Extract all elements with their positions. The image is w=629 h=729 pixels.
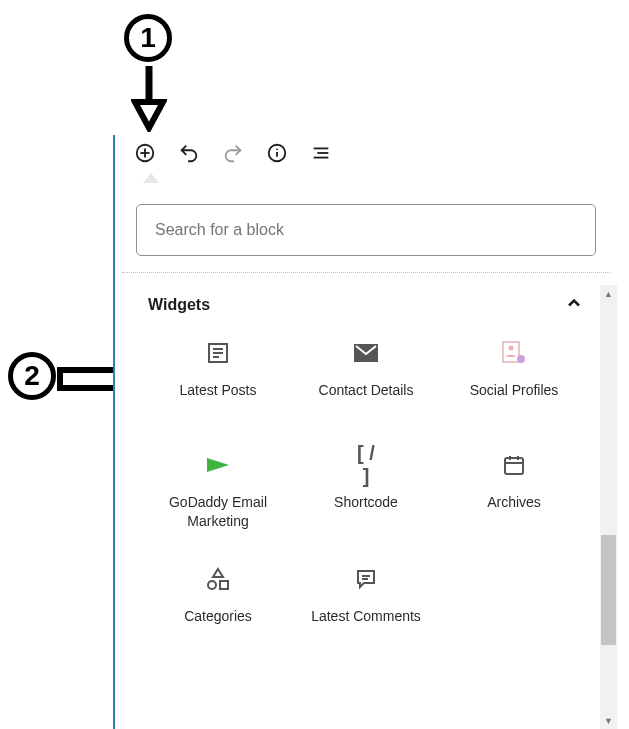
- add-block-button[interactable]: [133, 141, 157, 165]
- scroll-thumb[interactable]: [601, 535, 616, 645]
- block-social-profiles[interactable]: Social Profiles: [444, 333, 584, 423]
- block-label: Latest Posts: [179, 381, 256, 417]
- latest-comments-icon: [352, 565, 380, 593]
- block-label: Categories: [184, 607, 252, 643]
- block-latest-posts[interactable]: Latest Posts: [148, 333, 288, 423]
- block-grid: Latest Posts Contact Details Social Prof…: [148, 333, 584, 649]
- block-inserter-popover: Widgets Latest Posts Contact Details: [121, 191, 611, 660]
- godaddy-icon: [204, 451, 232, 479]
- annotation-badge-1: 1: [124, 14, 172, 62]
- arrow-down-icon: [131, 62, 167, 132]
- outline-button[interactable]: [309, 141, 333, 165]
- scroll-down-icon[interactable]: ▼: [600, 712, 617, 729]
- block-latest-comments[interactable]: Latest Comments: [296, 559, 436, 649]
- chevron-up-icon: [564, 293, 584, 317]
- svg-rect-18: [503, 342, 519, 362]
- svg-point-9: [276, 148, 278, 150]
- block-label: Social Profiles: [470, 381, 559, 417]
- block-label: GoDaddy Email Marketing: [150, 493, 286, 531]
- svg-marker-21: [207, 458, 229, 472]
- svg-rect-28: [220, 581, 228, 589]
- editor-panel: Widgets Latest Posts Contact Details: [113, 135, 617, 729]
- archives-icon: [500, 451, 528, 479]
- section-toggle-widgets[interactable]: Widgets: [148, 291, 584, 333]
- latest-posts-icon: [204, 339, 232, 367]
- block-godaddy-email-marketing[interactable]: GoDaddy Email Marketing: [148, 445, 288, 537]
- block-label: Latest Comments: [311, 607, 421, 643]
- scroll-up-icon[interactable]: ▲: [600, 285, 617, 302]
- annotation-badge-2: 2: [8, 352, 56, 400]
- block-label: Archives: [487, 493, 541, 529]
- svg-point-20: [517, 355, 525, 363]
- shortcode-icon: [ / ]: [352, 451, 380, 479]
- redo-button[interactable]: [221, 141, 245, 165]
- block-label: Contact Details: [319, 381, 414, 417]
- editor-toolbar: [115, 135, 617, 179]
- block-contact-details[interactable]: Contact Details: [296, 333, 436, 423]
- section-title: Widgets: [148, 296, 210, 314]
- search-input[interactable]: [136, 204, 596, 256]
- undo-button[interactable]: [177, 141, 201, 165]
- block-shortcode[interactable]: [ / ] Shortcode: [296, 445, 436, 537]
- svg-point-27: [208, 581, 216, 589]
- popover-caret-icon: [143, 173, 159, 183]
- svg-marker-1: [135, 102, 163, 128]
- block-archives[interactable]: Archives: [444, 445, 584, 537]
- block-label: Shortcode: [334, 493, 398, 529]
- social-profiles-icon: [500, 339, 528, 367]
- info-button[interactable]: [265, 141, 289, 165]
- svg-rect-22: [505, 458, 523, 474]
- block-categories[interactable]: Categories: [148, 559, 288, 649]
- contact-details-icon: [352, 339, 380, 367]
- scrollbar[interactable]: ▲ ▼: [600, 285, 617, 729]
- svg-marker-26: [213, 569, 223, 577]
- categories-icon: [204, 565, 232, 593]
- svg-point-19: [509, 346, 514, 351]
